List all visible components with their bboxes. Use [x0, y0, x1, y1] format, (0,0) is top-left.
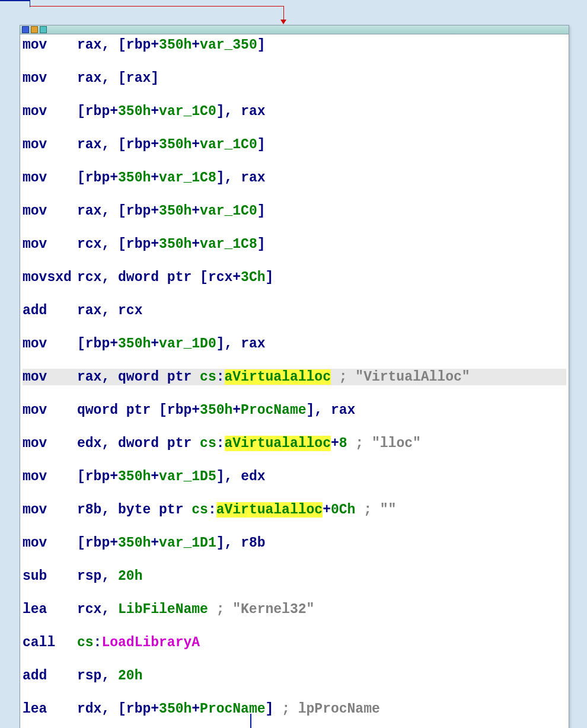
token-pun: ], — [216, 535, 241, 551]
asm-line[interactable]: movqword ptr [rbp+350h+ProcName], rax — [23, 402, 566, 419]
token-reg: rbp — [167, 403, 192, 418]
token-pun: + — [151, 535, 159, 551]
token-reg: rcx — [77, 602, 101, 617]
token-pun: + — [110, 336, 118, 352]
asm-line[interactable]: movrax, [rbp+350h+var_1C0] — [23, 136, 566, 153]
asm-line[interactable]: movr8b, byte ptr cs:aVirtualalloc+0Ch ; … — [23, 502, 566, 518]
token-num: 20h — [118, 569, 142, 584]
token-pun: ], — [216, 104, 241, 119]
token-reg: rax — [77, 369, 101, 385]
token-pun: + — [192, 237, 200, 252]
asm-line[interactable]: movrax, [rax] — [23, 70, 566, 87]
asm-line[interactable]: leardx, [rbp+350h+ProcName] ; lpProcName — [23, 701, 566, 717]
operands: rax, rcx — [77, 302, 142, 319]
token-var: var_1C8 — [200, 237, 257, 252]
operands: edx, dword ptr cs:aVirtualalloc+8 ; "llo… — [77, 435, 421, 452]
asm-line[interactable]: mov[rbp+350h+var_1C0], rax — [23, 103, 566, 120]
token-num: 350h — [159, 701, 192, 717]
block-header[interactable] — [20, 25, 569, 34]
token-pun: + — [232, 403, 241, 418]
token-num: 350h — [118, 104, 151, 119]
token-pun: + — [110, 469, 118, 484]
token-pun: ] — [257, 137, 266, 152]
token-pun: + — [192, 203, 200, 219]
token-pun: + — [151, 701, 159, 717]
token-var: var_1D5 — [159, 469, 216, 484]
token-pun: ] — [257, 237, 266, 252]
asm-line[interactable]: addrax, rcx — [23, 302, 566, 319]
mnemonic: mov — [23, 236, 77, 253]
token-pun: [ — [77, 469, 85, 484]
token-pun: , [ — [101, 71, 126, 86]
token-reg: rbp — [126, 203, 151, 219]
token-num: 350h — [159, 137, 192, 152]
token-pun: + — [151, 37, 159, 53]
asm-line[interactable]: mov[rbp+350h+var_1D1], r8b — [23, 535, 566, 551]
code-listing[interactable]: movrax, [rbp+350h+var_350] movrax, [rax]… — [20, 34, 569, 728]
token-seg: cs — [192, 502, 208, 518]
token-pun: ] — [266, 701, 274, 717]
token-pun: ], — [216, 170, 241, 186]
token-hi: aVirtualalloc — [225, 369, 331, 385]
token-pun: + — [232, 270, 241, 285]
operands: rsp, 20h — [77, 668, 142, 684]
token-num: 3Ch — [241, 270, 265, 285]
asm-line[interactable]: mov[rbp+350h+var_1C8], rax — [23, 170, 566, 186]
token-pun: , — [101, 502, 118, 518]
token-pun: , — [101, 369, 118, 385]
mnemonic: mov — [23, 103, 77, 120]
token-pun: , — [101, 569, 118, 584]
token-pun: , [ — [101, 203, 126, 219]
mnemonic: mov — [23, 402, 77, 419]
asm-line[interactable]: callcs:LoadLibraryA — [23, 634, 566, 651]
asm-line[interactable]: movedx, dword ptr cs:aVirtualalloc+8 ; "… — [23, 435, 566, 452]
mnemonic: mov — [23, 535, 77, 551]
asm-line[interactable]: addrsp, 20h — [23, 668, 566, 684]
operands: rcx, LibFileName ; "Kernel32" — [77, 601, 314, 618]
operands: [rbp+350h+var_1C8], rax — [77, 170, 266, 186]
token-hi: aVirtualalloc — [216, 502, 323, 518]
token-num: 350h — [159, 203, 192, 219]
token-pun: , [ — [101, 37, 126, 53]
token-cmt: ; "" — [355, 502, 396, 518]
token-reg: rbp — [126, 37, 151, 53]
token-pun: ], — [216, 469, 241, 484]
token-reg: rbp — [126, 237, 151, 252]
flow-arrow-out — [250, 714, 251, 728]
token-var: var_1C0 — [200, 137, 257, 152]
mnemonic: add — [23, 302, 77, 319]
operands: rdx, [rbp+350h+ProcName] ; lpProcName — [77, 701, 380, 717]
token-var: var_1C0 — [200, 203, 257, 219]
token-reg: rax — [77, 37, 101, 53]
mnemonic: mov — [23, 37, 77, 53]
token-pun: + — [192, 701, 200, 717]
token-pun: , [ — [101, 137, 126, 152]
token-pun: ] — [257, 37, 266, 53]
token-pun: [ — [77, 104, 85, 119]
token-pun: ] — [257, 203, 266, 219]
mnemonic: mov — [23, 203, 77, 219]
token-pun: + — [110, 535, 118, 551]
token-seg: cs — [77, 635, 94, 650]
asm-line[interactable]: movsxdrcx, dword ptr [rcx+3Ch] — [23, 269, 566, 286]
token-reg: rcx — [208, 270, 232, 285]
asm-line[interactable]: mov[rbp+350h+var_1D5], edx — [23, 468, 566, 485]
token-reg: qword ptr — [118, 369, 192, 385]
token-var: ProcName — [241, 403, 306, 418]
asm-line[interactable]: subrsp, 20h — [23, 568, 566, 585]
token-reg: rbp — [126, 137, 151, 152]
asm-line[interactable]: mov[rbp+350h+var_1D0], rax — [23, 336, 566, 352]
token-pun: + — [110, 104, 118, 119]
asm-line[interactable]: learcx, LibFileName ; "Kernel32" — [23, 601, 566, 618]
token-pun — [192, 369, 200, 385]
asm-line[interactable]: movrcx, [rbp+350h+var_1C8] — [23, 236, 566, 253]
mnemonic: sub — [23, 568, 77, 585]
token-cmt: ; lpProcName — [273, 701, 379, 717]
token-pun: + — [151, 237, 159, 252]
asm-line[interactable]: movrax, [rbp+350h+var_350] — [23, 37, 566, 53]
asm-line[interactable]: movrax, [rbp+350h+var_1C0] — [23, 203, 566, 219]
operands: rcx, [rbp+350h+var_1C8] — [77, 236, 266, 253]
token-var: var_1D0 — [159, 336, 216, 352]
asm-line[interactable]: movrax, qword ptr cs:aVirtualalloc ; "Vi… — [23, 369, 566, 385]
disassembly-block[interactable]: movrax, [rbp+350h+var_350] movrax, [rax]… — [20, 25, 569, 728]
